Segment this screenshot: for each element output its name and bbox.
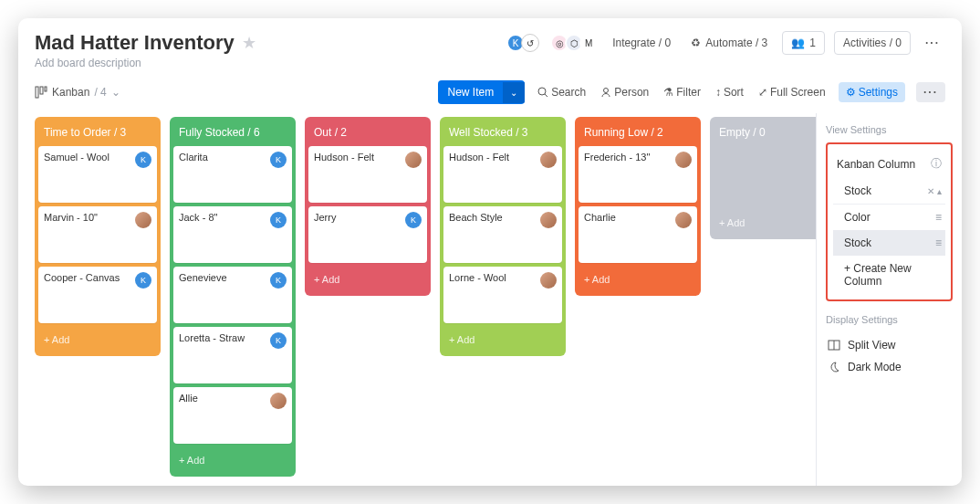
person-icon: 👥 — [791, 37, 805, 49]
add-card-button[interactable]: + Add — [443, 327, 562, 352]
kanban-column-selected[interactable]: Stock ✕ ▴ — [833, 178, 945, 204]
kanban-card[interactable]: Cooper - CanvasK — [38, 267, 157, 323]
avatar[interactable]: K — [270, 152, 287, 168]
svg-line-4 — [545, 94, 547, 97]
kanban-card[interactable]: JerryK — [308, 206, 427, 263]
card-title: Clarita — [179, 152, 208, 163]
kanban-card[interactable]: Marvin - 10" — [38, 206, 157, 263]
new-item-button[interactable]: New Item ⌄ — [438, 80, 525, 104]
search-icon — [537, 87, 548, 98]
card-title: Beach Style — [449, 212, 503, 223]
card-title: Loretta - Straw — [179, 332, 245, 343]
moon-icon — [828, 361, 840, 373]
automate-icon: ♻ — [691, 37, 701, 49]
avatar[interactable]: K — [135, 272, 151, 289]
kanban-card[interactable]: Charlie — [579, 206, 697, 263]
kanban-card[interactable]: Allie — [173, 387, 292, 444]
card-title: Jerry — [314, 212, 336, 223]
add-card-button[interactable]: + Add — [173, 447, 292, 473]
person-label: Person — [614, 86, 649, 99]
kanban-column-option[interactable]: Stock≡ — [833, 230, 945, 256]
avatar[interactable]: K — [270, 212, 287, 228]
card-title: Allie — [179, 393, 198, 404]
kanban-card[interactable]: Loretta - StrawK — [173, 327, 292, 383]
svg-point-5 — [604, 89, 609, 93]
kanban-column-option[interactable]: Color≡ — [833, 205, 945, 230]
card-title: Cooper - Canvas — [44, 272, 120, 283]
kanban-card[interactable]: Lorne - Wool — [443, 267, 562, 323]
avatar[interactable]: K — [405, 212, 422, 228]
kanban-column: Empty / 0+ Add — [710, 117, 816, 239]
filter-label: Filter — [676, 86, 701, 99]
column-header[interactable]: Time to Order / 3 — [38, 121, 157, 142]
toolbar-more-button[interactable]: ··· — [916, 82, 945, 102]
column-header[interactable]: Empty / 0 — [714, 121, 816, 142]
board-description-placeholder[interactable]: Add board description — [35, 57, 256, 69]
members-count: 1 — [809, 37, 816, 49]
kanban-card[interactable]: Hudson - Felt — [308, 146, 427, 203]
avatar[interactable] — [675, 152, 692, 168]
avatar[interactable] — [135, 212, 151, 228]
avatar[interactable] — [270, 393, 287, 409]
clear-and-expand-icons[interactable]: ✕ ▴ — [927, 186, 942, 196]
settings-button[interactable]: ⚙ Settings — [839, 82, 905, 102]
column-header[interactable]: Running Low / 2 — [579, 121, 697, 142]
filter-button[interactable]: ⚗ Filter — [662, 82, 703, 102]
gear-icon: ⚙ — [846, 86, 856, 99]
add-card-button[interactable]: + Add — [38, 327, 157, 352]
kanban-column: Running Low / 2Frederich - 13"Charlie+ A… — [575, 117, 701, 296]
avatar[interactable] — [540, 212, 557, 228]
card-title: Charlie — [584, 212, 616, 223]
avatar[interactable]: K — [270, 272, 287, 289]
view-name: Kanban — [52, 86, 89, 99]
column-header[interactable]: Out / 2 — [308, 121, 427, 142]
settings-label: Settings — [859, 86, 898, 99]
card-title: Jack - 8" — [179, 212, 217, 223]
kanban-card[interactable]: Frederich - 13" — [579, 146, 697, 203]
more-menu-button[interactable]: ··· — [920, 33, 945, 53]
person-button[interactable]: Person — [599, 82, 651, 102]
kanban-card[interactable]: Hudson - Felt — [443, 146, 562, 203]
kanban-column-label: Kanban Column — [837, 158, 915, 171]
card-title: Lorne - Wool — [449, 272, 506, 283]
integrate-button[interactable]: Integrate / 0 — [607, 33, 676, 53]
split-view-toggle[interactable]: Split View — [826, 334, 953, 356]
column-header[interactable]: Well Stocked / 3 — [443, 121, 562, 142]
activities-button[interactable]: Activities / 0 — [834, 31, 911, 55]
info-icon[interactable]: ⓘ — [931, 156, 942, 172]
add-card-button[interactable]: + Add — [579, 267, 697, 292]
kanban-column-panel: Kanban Column ⓘ Stock ✕ ▴ Color≡Stock≡ +… — [826, 142, 953, 301]
dark-mode-toggle[interactable]: Dark Mode — [826, 356, 953, 378]
board-title[interactable]: Mad Hatter Inventory — [35, 31, 235, 55]
avatar[interactable] — [405, 152, 422, 168]
avatar[interactable] — [540, 272, 557, 289]
create-new-column-button[interactable]: + Create New Column — [833, 256, 945, 294]
kanban-card[interactable]: Samuel - WoolK — [38, 146, 157, 203]
automate-button[interactable]: ♻ Automate / 3 — [685, 33, 773, 53]
view-tab-kanban[interactable]: Kanban / 4 ⌄ — [35, 86, 120, 99]
svg-rect-0 — [36, 87, 38, 98]
person-icon — [600, 87, 611, 98]
search-button[interactable]: Search — [536, 82, 588, 102]
kanban-column-selected-value: Stock — [844, 184, 871, 197]
column-header[interactable]: Fully Stocked / 6 — [173, 121, 292, 142]
add-card-button[interactable]: + Add — [714, 210, 816, 236]
sort-button[interactable]: ↕ Sort — [714, 82, 745, 102]
avatar[interactable]: K — [135, 152, 151, 168]
card-title: Hudson - Felt — [449, 152, 509, 163]
avatar[interactable] — [675, 212, 692, 228]
members-button[interactable]: 👥 1 — [782, 31, 825, 55]
sort-icon: ↕ — [715, 86, 721, 99]
kanban-card[interactable]: GenevieveK — [173, 267, 292, 323]
avatar[interactable]: K — [270, 332, 287, 349]
view-count: / 4 — [94, 86, 106, 99]
star-icon[interactable]: ★ — [242, 33, 256, 53]
add-card-button[interactable]: + Add — [308, 267, 427, 292]
fullscreen-button[interactable]: ⤢ Full Screen — [756, 82, 828, 102]
kanban-card[interactable]: ClaritaK — [173, 146, 292, 203]
fullscreen-label: Full Screen — [770, 86, 826, 99]
kanban-card[interactable]: Jack - 8"K — [173, 206, 292, 263]
kanban-card[interactable]: Beach Style — [443, 206, 562, 263]
avatar[interactable] — [540, 152, 557, 168]
new-item-dropdown[interactable]: ⌄ — [503, 82, 525, 103]
